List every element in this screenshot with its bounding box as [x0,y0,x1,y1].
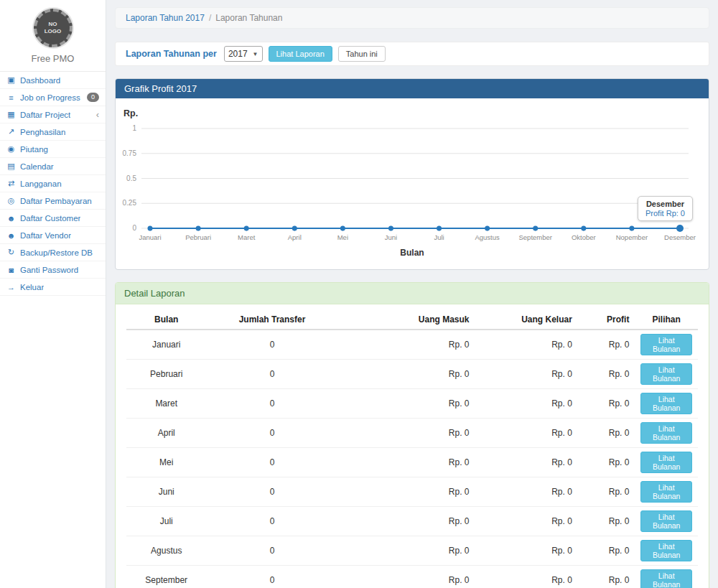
detail-panel-title: Detail Laporan [116,283,709,304]
sidebar-item-job-on-progress[interactable]: ≡Job on Progress0 [0,89,106,106]
value-cell: Rp. 0 [475,389,578,419]
y-axis-unit-label: Rp. [123,108,138,118]
value-cell: Rp. 0 [338,477,475,507]
credit-card-icon: ◉ [6,144,16,154]
chart-panel-title: Grafik Profit 2017 [116,79,709,98]
lihat-bulanan-button[interactable]: Lihat Bulanan [640,481,692,503]
value-cell: Rp. 0 [475,536,578,566]
lihat-bulanan-button[interactable]: Lihat Bulanan [640,393,692,414]
logo-block: NO LOGO Free PMO [0,0,106,72]
month-cell: April [126,419,206,448]
tasks-icon: ≡ [6,93,16,102]
logo-text-line2: LOGO [45,28,62,35]
column-header-uang-keluar: Uang Keluar [475,310,578,330]
sidebar-item-label: Calendar [20,162,54,171]
chart-tooltip: Desember Profit Rp: 0 [638,196,693,221]
year-select[interactable]: 2017 ▼ [224,46,263,62]
value-cell: 0 [206,360,337,389]
svg-text:0.25: 0.25 [123,199,137,207]
value-cell: Rp. 0 [578,419,635,448]
lock-icon: ◙ [6,266,16,274]
action-cell: Lihat Bulanan [635,389,698,419]
sidebar: NO LOGO Free PMO ▣Dashboard≡Job on Progr… [0,0,106,588]
lihat-bulanan-button[interactable]: Lihat Bulanan [640,510,692,532]
chevron-left-icon: ‹ [96,110,99,119]
sidebar-item-ganti-password[interactable]: ◙Ganti Password [0,261,106,279]
value-cell: 0 [206,507,337,536]
value-cell: Rp. 0 [475,360,578,389]
sidebar-item-dashboard[interactable]: ▣Dashboard [0,72,106,89]
value-cell: 0 [206,419,337,448]
sidebar-item-label: Job on Progress [20,93,80,102]
table-row: Maret0Rp. 0Rp. 0Rp. 0Lihat Bulanan [126,389,698,419]
value-cell: 0 [206,536,337,566]
svg-text:Pebruari: Pebruari [185,233,211,241]
svg-text:0.75: 0.75 [123,149,137,157]
breadcrumb-separator: / [209,13,211,23]
sidebar-item-daftar-project[interactable]: ▦Daftar Project‹ [0,106,106,123]
month-cell: Agustus [126,536,206,566]
table-row: April0Rp. 0Rp. 0Rp. 0Lihat Bulanan [126,419,698,448]
sidebar-item-label: Backup/Restore DB [20,248,93,257]
column-header-bulan: Bulan [126,310,206,330]
value-cell: Rp. 0 [578,536,635,566]
lihat-bulanan-button[interactable]: Lihat Bulanan [640,422,692,444]
svg-text:Januari: Januari [139,233,161,241]
value-cell: Rp. 0 [475,477,578,507]
action-cell: Lihat Bulanan [635,566,698,588]
month-cell: Pebruari [126,360,206,389]
sidebar-item-backup-restore-db[interactable]: ↻Backup/Restore DB [0,244,106,261]
value-cell: Rp. 0 [338,389,475,419]
value-cell: 0 [206,566,337,588]
profit-chart-panel: Grafik Profit 2017 Rp. 00.250.50.751Janu… [115,78,709,270]
lihat-bulanan-button[interactable]: Lihat Bulanan [640,363,692,385]
sidebar-item-keluar[interactable]: →Keluar [0,279,106,296]
value-cell: Rp. 0 [475,507,578,536]
table-row: September0Rp. 0Rp. 0Rp. 0Lihat Bulanan [126,566,698,588]
action-cell: Lihat Bulanan [635,536,698,566]
sidebar-item-penghasilan[interactable]: ↗Penghasilan [0,123,106,141]
table-icon: ▦ [6,110,16,119]
value-cell: Rp. 0 [578,330,635,360]
tooltip-value: Profit Rp: 0 [645,209,685,218]
report-filter-bar: Laporan Tahunan per 2017 ▼ Lihat Laporan… [115,42,709,66]
breadcrumb-link-laporan-tahun[interactable]: Laporan Tahun 2017 [126,13,205,23]
lihat-laporan-button[interactable]: Lihat Laporan [269,46,332,62]
action-cell: Lihat Bulanan [635,330,698,360]
table-row: Juni0Rp. 0Rp. 0Rp. 0Lihat Bulanan [126,477,698,507]
lihat-bulanan-button[interactable]: Lihat Bulanan [640,569,692,588]
subscription-icon: ⇄ [6,179,16,188]
backup-icon: ↻ [6,248,16,257]
detail-panel-body: BulanJumlah TransferUang MasukUang Kelua… [116,304,709,588]
vendors-icon: ☻ [6,231,16,240]
table-row: Agustus0Rp. 0Rp. 0Rp. 0Lihat Bulanan [126,536,698,566]
lihat-bulanan-button[interactable]: Lihat Bulanan [640,334,692,355]
detail-laporan-panel: Detail Laporan BulanJumlah TransferUang … [115,282,709,588]
sidebar-item-daftar-customer[interactable]: ☻Daftar Customer [0,210,106,227]
profit-chart-svg[interactable]: 00.250.50.751JanuariPebruariMaretAprilMe… [117,117,707,246]
sidebar-item-calendar[interactable]: ▤Calendar [0,158,106,175]
sidebar-item-piutang[interactable]: ◉Piutang [0,141,106,158]
sidebar-item-daftar-vendor[interactable]: ☻Daftar Vendor [0,227,106,244]
tahun-ini-button[interactable]: Tahun ini [338,46,386,62]
value-cell: Rp. 0 [338,419,475,448]
sidebar-item-langganan[interactable]: ⇄Langganan [0,175,106,192]
value-cell: Rp. 0 [475,419,578,448]
svg-text:Oktober: Oktober [572,233,596,241]
action-cell: Lihat Bulanan [635,360,698,389]
value-cell: Rp. 0 [338,360,475,389]
month-cell: Mei [126,448,206,477]
sidebar-item-label: Dashboard [20,76,60,85]
svg-text:Mei: Mei [337,233,348,241]
sidebar-item-label: Daftar Vendor [20,231,71,240]
month-cell: Maret [126,389,206,419]
table-row: Januari0Rp. 0Rp. 0Rp. 0Lihat Bulanan [126,330,698,360]
value-cell: Rp. 0 [578,566,635,588]
payment-icon: ◎ [6,196,16,205]
sidebar-item-daftar-pembayaran[interactable]: ◎Daftar Pembayaran [0,192,106,210]
action-cell: Lihat Bulanan [635,477,698,507]
brand-name: Free PMO [0,53,106,64]
customers-icon: ☻ [6,214,16,223]
lihat-bulanan-button[interactable]: Lihat Bulanan [640,452,692,473]
lihat-bulanan-button[interactable]: Lihat Bulanan [640,540,692,561]
